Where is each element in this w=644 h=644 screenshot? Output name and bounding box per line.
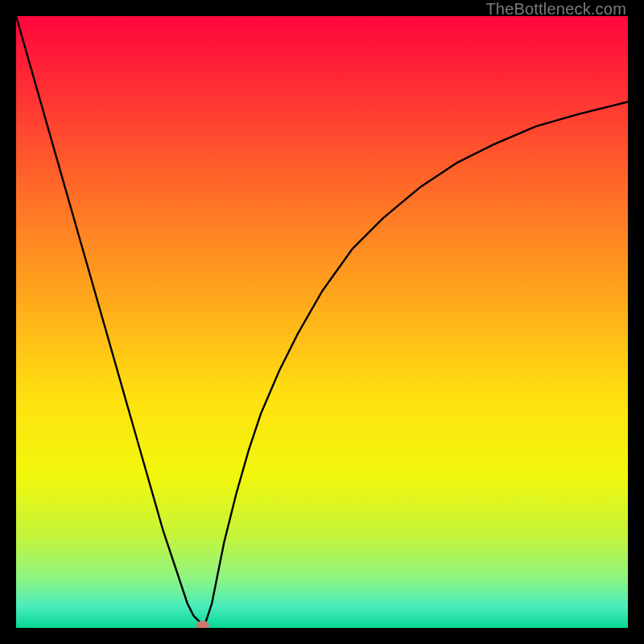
chart-frame <box>16 16 628 628</box>
bottleneck-chart <box>16 16 628 628</box>
gradient-background <box>16 16 628 628</box>
watermark-text: TheBottleneck.com <box>485 0 626 19</box>
